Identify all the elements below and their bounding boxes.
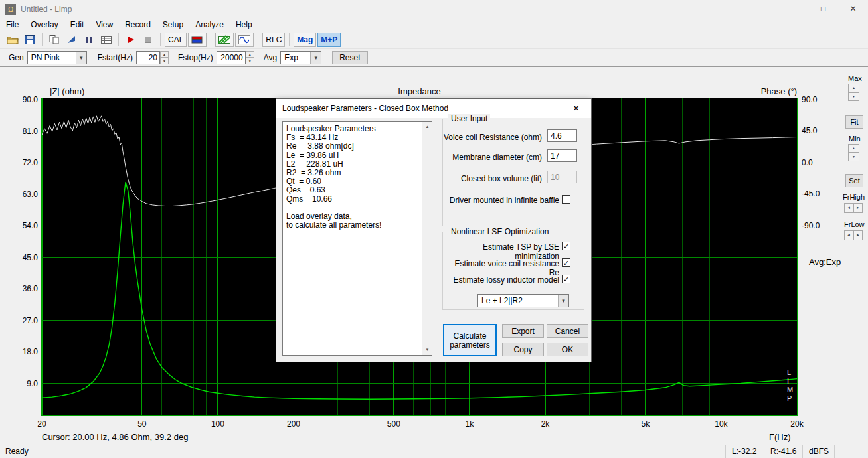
spin-down-icon[interactable]: ▼ bbox=[848, 153, 859, 161]
membrane-diameter-input[interactable] bbox=[547, 149, 577, 162]
estimate-re-checkbox[interactable]: ✓ bbox=[562, 258, 570, 267]
cancel-button[interactable]: Cancel bbox=[547, 324, 588, 338]
annotate-button[interactable] bbox=[64, 33, 80, 47]
status-left-level: L:-32.2 bbox=[725, 445, 764, 458]
spin-up-icon[interactable]: ▲ bbox=[848, 84, 859, 92]
reset-button[interactable]: Reset bbox=[332, 51, 367, 64]
infinite-baffle-checkbox[interactable] bbox=[562, 195, 570, 204]
table-icon bbox=[101, 35, 112, 44]
estimate-tsp-checkbox[interactable]: ✓ bbox=[562, 242, 570, 250]
listbox-scrollbar[interactable]: ▲ ▼ bbox=[422, 122, 432, 355]
spin-up-icon[interactable]: ▲ bbox=[160, 51, 169, 58]
fit-button[interactable]: Fit bbox=[845, 115, 863, 129]
spin-down-icon[interactable]: ▼ bbox=[246, 58, 254, 64]
spin-up-icon[interactable]: ▲ bbox=[848, 144, 859, 153]
generator-type-combobox[interactable]: PN Pink ▾ bbox=[27, 51, 87, 64]
stop-button[interactable] bbox=[140, 33, 156, 47]
menu-file[interactable]: File bbox=[0, 18, 25, 31]
infinite-baffle-label: Driver mounted in infinite baffle bbox=[442, 196, 559, 205]
avg-mode-readout: Avg:Exp bbox=[809, 257, 841, 267]
dialog-titlebar[interactable]: Loudspeaker Parameters - Closed Box Meth… bbox=[276, 99, 591, 118]
fstart-spinner[interactable]: ▲▼ bbox=[160, 51, 169, 64]
maximize-icon[interactable]: □ bbox=[808, 0, 838, 18]
fstart-label: Fstart(Hz) bbox=[98, 53, 133, 62]
max-spinner[interactable]: ▲ ▼ bbox=[848, 84, 859, 101]
menu-overlay[interactable]: Overlay bbox=[25, 18, 64, 31]
open-folder-icon bbox=[7, 35, 19, 44]
z-axis-tick: 36.0 bbox=[13, 284, 38, 293]
dialog-close-icon[interactable]: ✕ bbox=[561, 99, 591, 118]
close-icon[interactable]: ✕ bbox=[838, 0, 868, 18]
ok-button[interactable]: OK bbox=[547, 343, 588, 356]
status-ready: Ready bbox=[5, 445, 29, 458]
menu-record[interactable]: Record bbox=[119, 18, 157, 31]
spin-down-icon[interactable]: ▼ bbox=[160, 58, 169, 64]
calibrate-button[interactable]: CAL bbox=[165, 33, 187, 47]
parameters-listbox[interactable]: Loudspeaker Parameters Fs = 43.14 Hz Re … bbox=[282, 121, 432, 356]
save-button[interactable] bbox=[22, 33, 38, 47]
magnitude-phase-view-button[interactable]: M+P bbox=[317, 33, 341, 47]
export-button[interactable]: Export bbox=[502, 324, 544, 338]
table-button[interactable] bbox=[98, 33, 114, 47]
averaging-value: Exp bbox=[281, 53, 310, 62]
spin-left-icon[interactable]: ◄ bbox=[844, 230, 853, 240]
min-spinner[interactable]: ▲ ▼ bbox=[848, 144, 859, 161]
x-axis-tick: 5k bbox=[641, 420, 650, 429]
minimize-icon[interactable]: – bbox=[778, 0, 808, 18]
frlow-label: FrLow bbox=[844, 220, 865, 228]
inductor-model-value: Le + L2||R2 bbox=[478, 296, 558, 305]
open-button[interactable] bbox=[5, 33, 21, 47]
scroll-up-icon[interactable]: ▲ bbox=[422, 122, 432, 132]
spectrum-button[interactable] bbox=[215, 33, 234, 47]
phase-axis-tick: -90.0 bbox=[802, 221, 820, 230]
menu-edit[interactable]: Edit bbox=[64, 18, 90, 31]
menu-setup[interactable]: Setup bbox=[157, 18, 189, 31]
channel-levels-button[interactable] bbox=[188, 33, 207, 47]
limp-watermark: M bbox=[787, 386, 793, 394]
menu-help[interactable]: Help bbox=[230, 18, 258, 31]
record-button[interactable] bbox=[123, 33, 139, 47]
fstop-input[interactable] bbox=[217, 51, 246, 64]
menu-view[interactable]: View bbox=[90, 18, 119, 31]
status-units: dBFS bbox=[802, 445, 834, 458]
fstart-input[interactable] bbox=[136, 51, 160, 64]
averaging-combobox[interactable]: Exp ▾ bbox=[280, 51, 321, 64]
play-icon bbox=[126, 35, 135, 44]
user-input-group-title: User Input bbox=[448, 114, 490, 123]
voice-coil-resistance-input[interactable] bbox=[547, 129, 577, 142]
frhigh-label: FrHigh bbox=[843, 193, 865, 201]
chevron-down-icon[interactable]: ▾ bbox=[310, 52, 321, 64]
estimate-inductor-checkbox[interactable]: ✓ bbox=[562, 275, 570, 283]
set-button[interactable]: Set bbox=[845, 174, 863, 187]
window-title: Untitled - Limp bbox=[21, 5, 72, 14]
scroll-down-icon[interactable]: ▼ bbox=[422, 345, 432, 355]
rlc-button[interactable]: RLC bbox=[262, 33, 285, 47]
pause-button[interactable] bbox=[81, 33, 97, 47]
fstop-spinner[interactable]: ▲▼ bbox=[246, 51, 254, 64]
spin-right-icon[interactable]: ► bbox=[853, 203, 863, 213]
closed-box-volume-label: Closed box volume (lit) bbox=[442, 174, 542, 183]
menu-analyze[interactable]: Analyze bbox=[189, 18, 230, 31]
x-axis-tick: 20k bbox=[790, 420, 803, 429]
limp-watermark: L bbox=[787, 368, 791, 376]
copy-button[interactable] bbox=[46, 33, 62, 47]
signal-generator-button[interactable] bbox=[235, 33, 254, 47]
chevron-down-icon[interactable]: ▾ bbox=[558, 295, 568, 307]
frlow-spinner[interactable]: ◄ ► bbox=[844, 230, 863, 240]
frhigh-spinner[interactable]: ◄ ► bbox=[844, 203, 863, 213]
phase-axis-tick: 90.0 bbox=[802, 95, 817, 104]
spin-left-icon[interactable]: ◄ bbox=[844, 203, 853, 213]
x-axis-tick: 20 bbox=[37, 420, 46, 429]
pen-flag-icon bbox=[66, 35, 77, 44]
lse-group-title: Nonlinear LSE Optimization bbox=[448, 227, 551, 236]
spin-right-icon[interactable]: ► bbox=[853, 230, 863, 240]
fstop-label: Fstop(Hz) bbox=[178, 53, 213, 62]
spin-down-icon[interactable]: ▼ bbox=[848, 92, 859, 101]
chevron-down-icon[interactable]: ▾ bbox=[76, 52, 86, 64]
spin-up-icon[interactable]: ▲ bbox=[246, 51, 254, 58]
inductor-model-combobox[interactable]: Le + L2||R2 ▾ bbox=[477, 294, 569, 307]
magnitude-view-button[interactable]: Mag bbox=[294, 33, 316, 47]
copy-button[interactable]: Copy bbox=[502, 343, 544, 356]
phase-axis-tick: 45.0 bbox=[802, 126, 817, 135]
calculate-parameters-button[interactable]: Calculate parameters bbox=[443, 324, 497, 356]
